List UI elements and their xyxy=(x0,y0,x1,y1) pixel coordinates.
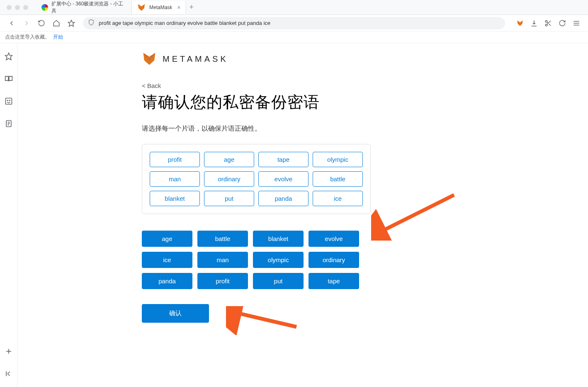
close-window-dot xyxy=(7,5,12,10)
svg-point-3 xyxy=(545,20,547,22)
bookmark-bar: 点击这里导入收藏。 开始 xyxy=(0,32,588,43)
tab-extensions[interactable]: 扩展中心 - 360极速浏览器 - 小工具 xyxy=(36,1,132,14)
window-traffic-lights xyxy=(7,5,28,10)
sidebar-bottom xyxy=(0,346,17,379)
selected-word-chip[interactable]: olympic xyxy=(313,152,363,167)
new-tab-button[interactable]: + xyxy=(190,3,194,12)
svg-line-7 xyxy=(547,22,548,23)
selected-word-chip[interactable]: blanket xyxy=(150,191,200,206)
browser-tabs: 扩展中心 - 360极速浏览器 - 小工具 MetaMask × + xyxy=(36,1,581,14)
selected-word-chip[interactable]: battle xyxy=(313,171,363,187)
shield-icon xyxy=(88,19,95,27)
left-sidebar xyxy=(0,43,17,387)
selected-word-chip[interactable]: evolve xyxy=(258,171,309,187)
choice-word-grid: agebattleblanketevolveicemanolympicordin… xyxy=(142,231,371,289)
window-top-bar: 扩展中心 - 360极速浏览器 - 小工具 MetaMask × + xyxy=(0,0,588,15)
selected-word-chip[interactable]: put xyxy=(204,191,254,206)
choice-word-chip[interactable]: battle xyxy=(197,231,248,247)
back-link[interactable]: < Back xyxy=(142,82,161,89)
svg-point-4 xyxy=(545,24,547,26)
tab-label: MetaMask xyxy=(149,5,172,10)
bookmark-hint: 点击这里导入收藏。 xyxy=(5,34,50,41)
close-tab-icon[interactable]: × xyxy=(177,4,180,11)
selected-word-chip[interactable]: ordinary xyxy=(204,171,254,187)
browser-toolbar xyxy=(0,15,588,32)
choice-word-chip[interactable]: tape xyxy=(309,273,359,289)
toolbar-right xyxy=(510,17,583,30)
choice-word-chip[interactable]: blanket xyxy=(253,231,304,247)
smiley-icon[interactable] xyxy=(4,96,14,106)
selected-word-chip[interactable]: tape xyxy=(258,152,309,167)
svg-rect-12 xyxy=(5,98,12,105)
page-title: 请确认您的私密备份密语 xyxy=(142,92,457,113)
tab-metamask[interactable]: MetaMask × xyxy=(132,1,186,14)
metamask-logo-text: METAMASK xyxy=(163,54,228,64)
metamask-logo: METAMASK xyxy=(142,51,457,66)
svg-marker-11 xyxy=(5,53,12,60)
extensions-tab-icon xyxy=(41,4,48,11)
back-button[interactable] xyxy=(5,17,18,30)
home-button[interactable] xyxy=(50,17,63,30)
menu-button[interactable] xyxy=(570,17,583,30)
star-icon[interactable] xyxy=(4,51,14,61)
choice-word-chip[interactable]: ice xyxy=(142,252,192,268)
svg-line-6 xyxy=(549,24,551,25)
favorites-button[interactable] xyxy=(65,17,78,30)
document-icon[interactable] xyxy=(4,119,14,129)
selected-word-chip[interactable]: man xyxy=(150,171,200,187)
svg-marker-2 xyxy=(517,20,523,26)
address-bar[interactable] xyxy=(83,17,505,29)
choice-word-chip[interactable]: put xyxy=(253,273,304,289)
svg-point-14 xyxy=(9,100,10,101)
minimize-window-dot xyxy=(15,5,20,10)
metamask-ext-icon[interactable] xyxy=(513,17,527,30)
url-input[interactable] xyxy=(99,20,500,26)
choice-word-chip[interactable]: olympic xyxy=(253,252,304,268)
tab-label: 扩展中心 - 360极速浏览器 - 小工具 xyxy=(51,0,126,15)
forward-button[interactable] xyxy=(20,17,33,30)
metamask-tab-icon xyxy=(137,3,146,12)
reload-button[interactable] xyxy=(35,17,48,30)
confirm-button[interactable]: 确认 xyxy=(142,304,209,323)
svg-marker-1 xyxy=(68,20,75,26)
collapse-icon[interactable] xyxy=(4,369,14,379)
selected-word-chip[interactable]: panda xyxy=(258,191,309,206)
metamask-fox-icon xyxy=(142,51,157,66)
choice-word-chip[interactable]: profit xyxy=(197,273,248,289)
main-content: METAMASK < Back 请确认您的私密备份密语 请选择每一个片语，以确保… xyxy=(17,43,588,387)
selected-word-chip[interactable]: ice xyxy=(313,191,363,206)
svg-point-13 xyxy=(7,100,8,101)
choice-word-chip[interactable]: ordinary xyxy=(309,252,359,268)
svg-marker-0 xyxy=(138,4,145,11)
selected-word-chip[interactable]: age xyxy=(204,152,254,167)
selected-word-chip[interactable]: profit xyxy=(150,152,200,167)
page-subtitle: 请选择每一个片语，以确保片语正确性。 xyxy=(142,124,457,133)
add-icon[interactable] xyxy=(4,346,14,356)
book-icon[interactable] xyxy=(4,74,14,84)
scissors-button[interactable] xyxy=(542,17,555,30)
undo-button[interactable] xyxy=(556,17,569,30)
choice-word-chip[interactable]: evolve xyxy=(309,231,359,247)
selected-phrase-box: profitagetapeolympicmanordinaryevolvebat… xyxy=(142,144,371,214)
choice-word-chip[interactable]: panda xyxy=(142,273,192,289)
choice-word-chip[interactable]: man xyxy=(197,252,248,268)
download-button[interactable] xyxy=(527,17,541,30)
maximize-window-dot xyxy=(23,5,28,10)
choice-word-chip[interactable]: age xyxy=(142,231,192,247)
bookmark-start-link[interactable]: 开始 xyxy=(53,34,63,41)
